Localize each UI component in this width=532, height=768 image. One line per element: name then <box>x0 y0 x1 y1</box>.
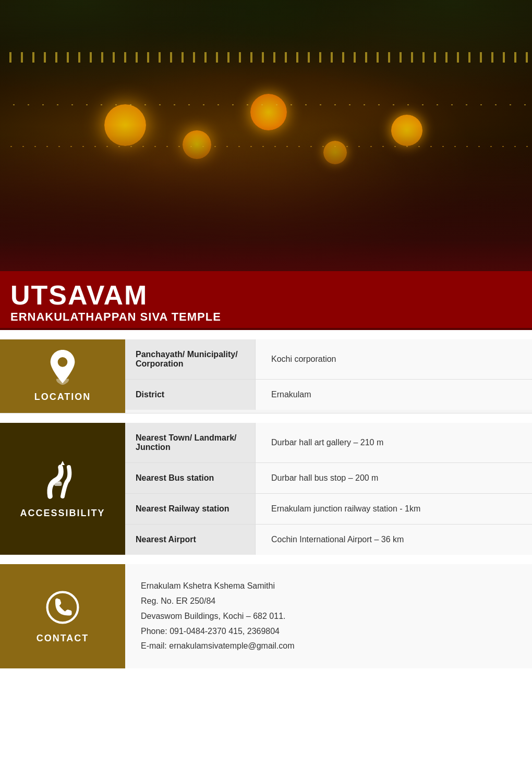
spacer-3 <box>0 555 532 564</box>
location-icon-col: LOCATION <box>0 339 125 413</box>
main-title: UTSAVAM <box>10 281 522 310</box>
location-row-0: Panchayath/ Municipality/ Corporation Ko… <box>125 339 532 380</box>
accessibility-icon-col: ACCESSIBILITY <box>0 423 125 555</box>
spacer-1 <box>0 330 532 339</box>
location-section: LOCATION Panchayath/ Municipality/ Corpo… <box>0 339 532 413</box>
accessibility-value-1: Durbar hall bus stop – 200 m <box>256 463 532 493</box>
accessibility-label-1: Nearest Bus station <box>125 463 256 493</box>
accessibility-label-3: Nearest Airport <box>125 525 256 555</box>
contact-line-1: Reg. No. ER 250/84 <box>141 594 516 609</box>
location-table: Panchayath/ Municipality/ Corporation Ko… <box>125 339 532 413</box>
svg-marker-1 <box>61 461 65 465</box>
contact-label: CONTACT <box>37 633 89 644</box>
contact-line-3: Phone: 091-0484-2370 415, 2369804 <box>141 624 516 639</box>
sub-title: ERNAKULATHAPPAN SIVA TEMPLE <box>10 310 522 324</box>
location-pin-icon <box>44 350 81 386</box>
accessibility-value-3: Cochin International Airport – 36 km <box>256 525 532 555</box>
accessibility-label-2: Nearest Railway station <box>125 494 256 524</box>
title-bar: UTSAVAM ERNAKULATHAPPAN SIVA TEMPLE <box>0 271 532 330</box>
contact-line-0: Ernakulam Kshetra Kshema Samithi <box>141 579 516 594</box>
svg-point-0 <box>58 357 68 367</box>
contact-line-4: E-mail: ernakulamsivatemple@gmail.com <box>141 639 516 654</box>
accessibility-value-2: Ernakulam junction railway station - 1km <box>256 494 532 524</box>
location-value-1: Ernakulam <box>256 380 532 410</box>
contact-section: CONTACT Ernakulam Kshetra Kshema Samithi… <box>0 564 532 668</box>
road-icon <box>42 459 83 503</box>
location-label-1: District <box>125 380 256 410</box>
accessibility-value-0: Durbar hall art gallery – 210 m <box>256 423 532 462</box>
accessibility-row-0: Nearest Town/ Landmark/ Junction Durbar … <box>125 423 532 463</box>
location-row-1: District Ernakulam <box>125 380 532 410</box>
contact-line-2: Devaswom Buildings, Kochi – 682 011. <box>141 609 516 624</box>
accessibility-row-3: Nearest Airport Cochin International Air… <box>125 525 532 555</box>
spacer-2 <box>0 413 532 423</box>
location-label: LOCATION <box>34 392 91 403</box>
location-value-0: Kochi corporation <box>256 339 532 379</box>
accessibility-table: Nearest Town/ Landmark/ Junction Durbar … <box>125 423 532 555</box>
accessibility-section: ACCESSIBILITY Nearest Town/ Landmark/ Ju… <box>0 423 532 555</box>
svg-rect-3 <box>55 481 61 484</box>
accessibility-label: ACCESSIBILITY <box>20 508 105 519</box>
contact-text: Ernakulam Kshetra Kshema Samithi Reg. No… <box>125 564 532 668</box>
accessibility-row-1: Nearest Bus station Durbar hall bus stop… <box>125 463 532 494</box>
phone-icon <box>44 589 81 628</box>
location-label-0: Panchayath/ Municipality/ Corporation <box>125 339 256 379</box>
accessibility-label-0: Nearest Town/ Landmark/ Junction <box>125 423 256 462</box>
accessibility-row-2: Nearest Railway station Ernakulam juncti… <box>125 494 532 525</box>
svg-point-4 <box>47 592 78 623</box>
contact-icon-col: CONTACT <box>0 564 125 668</box>
hero-image <box>0 0 532 271</box>
